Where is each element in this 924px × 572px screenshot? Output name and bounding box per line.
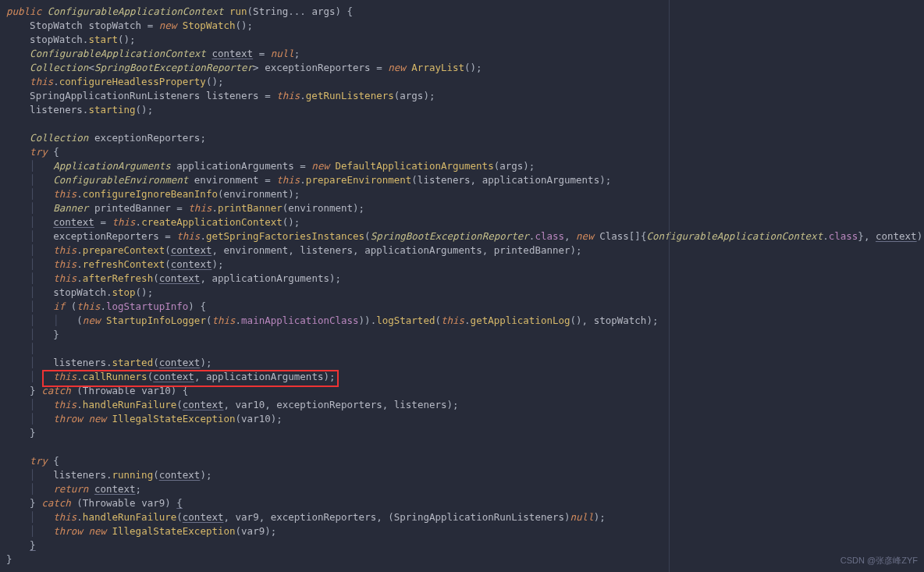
var-context: context [183,511,224,523]
type: DefaultApplicationArguments [335,160,493,172]
keyword-this: this [188,202,211,214]
var-context: context [183,399,224,410]
keyword-null: null [271,48,294,59]
code-content[interactable]: public ConfigurableApplicationContext ru… [0,5,924,567]
keyword-this: this [211,314,235,326]
keyword-this: this [276,90,300,101]
keyword-new: new [311,160,329,172]
keyword-new: new [83,314,101,326]
var: listeners [30,104,83,115]
keyword-this: this [53,511,76,523]
type: Collection [30,62,88,73]
var: applicationArguments [482,174,600,186]
var: stopWatch [88,20,141,31]
keyword-try: try [30,146,48,158]
right-margin-guide [669,0,670,572]
var: applicationArguments [206,371,324,382]
var-context: context [94,483,136,495]
method: running [112,469,153,481]
var: stopWatch [30,34,83,45]
type: StopWatch [30,20,83,31]
type: StartupInfoLogger [106,314,206,326]
keyword-this: this [53,371,76,382]
method: logStarted [376,314,435,326]
var-context: context [159,469,201,481]
var: exceptionReporters [94,132,200,144]
var: listeners [300,244,353,256]
keyword-this: this [76,300,100,312]
keyword-try: try [30,455,48,467]
method: getRunListeners [306,90,394,101]
var: environment [288,202,353,214]
type: Throwable [83,497,136,509]
var: var10 [241,413,271,425]
keyword-new: new [388,62,406,73]
var: stopWatch [53,286,106,298]
type: ConfigurableApplicationContext [30,48,206,59]
type: ArrayList [411,62,464,73]
param: args [311,5,335,17]
type: IllegalStateException [112,525,236,537]
type: ConfigurableApplicationContext [48,5,224,17]
var: var10 [141,385,171,396]
method: prepareEnvironment [306,174,411,186]
var: applicationArguments [176,160,294,172]
brace: } [30,539,36,551]
keyword-catch: catch [41,385,71,396]
keyword-public: public [6,5,41,17]
type: SpringApplicationRunListeners [394,511,564,523]
keyword-this: this [112,216,135,228]
var: environment [194,174,259,186]
var: var10 [236,399,265,410]
var: exceptionReporters [271,511,376,523]
type: ConfigurableEnvironment [53,174,188,186]
keyword-this: this [53,188,76,200]
keyword-this: this [53,244,76,256]
var-context: context [53,216,94,228]
type: ApplicationArguments [53,160,171,172]
type: IllegalStateException [112,413,236,425]
method: refreshContext [83,258,165,270]
var: exceptionReporters [265,62,370,73]
keyword-new: new [88,413,106,425]
field: mainApplicationClass [241,314,359,326]
code-editor[interactable]: public ConfigurableApplicationContext ru… [0,0,924,572]
var: var9 [236,511,259,523]
var: stopWatch [594,314,647,326]
var: args [499,160,523,172]
brace: { [176,497,183,509]
keyword-this: this [53,399,76,410]
var: applicationArguments [364,244,482,256]
keyword-if: if [53,300,65,312]
var: listeners [418,174,471,186]
keyword-this: this [441,314,464,326]
method: printBanner [218,202,283,214]
method: stop [112,286,135,298]
method-callrunners: callRunners [83,371,147,382]
type: SpringApplicationRunListeners [30,90,200,101]
method: getSpringFactoriesInstances [206,230,364,242]
method: createApplicationContext [141,216,283,228]
var: exceptionReporters [276,399,382,410]
method: afterRefresh [83,272,153,284]
keyword-throw: throw [53,413,83,425]
method: getApplicationLog [471,314,570,326]
keyword-new: new [88,525,106,537]
var: listeners [53,357,106,368]
var-context: context [171,258,212,270]
keyword-this: this [276,174,300,186]
var: args [400,90,423,101]
var: var9 [141,497,165,509]
ctor: StopWatch [183,20,236,31]
keyword-new: new [159,20,177,31]
method: start [88,34,118,45]
field: logStartupInfo [106,300,188,312]
keyword-catch: catch [41,497,71,509]
method: configureHeadlessProperty [59,76,206,87]
keyword-this: this [53,272,76,284]
var-context: context [159,272,201,284]
method: handleRunFailure [83,511,176,523]
type: Collection [30,132,88,144]
type: ConfigurableApplicationContext [646,230,823,242]
var: environment [224,244,289,256]
